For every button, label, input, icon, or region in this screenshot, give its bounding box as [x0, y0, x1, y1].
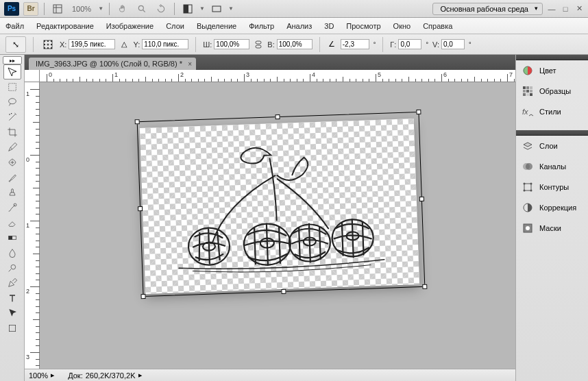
menu-help[interactable]: Справка — [423, 22, 452, 30]
transform-handle-top-mid[interactable] — [275, 114, 280, 119]
h-input[interactable] — [277, 39, 313, 49]
skew-v-input[interactable] — [441, 39, 465, 49]
delta-icon[interactable]: △ — [119, 40, 129, 49]
transform-handle-bottom-mid[interactable] — [281, 289, 286, 294]
menu-filter[interactable]: Фильтр — [249, 22, 274, 30]
ruler-horizontal[interactable]: 01234567 — [40, 70, 515, 82]
status-zoom-arrow-icon[interactable]: ▶ — [51, 373, 54, 378]
dodge-tool[interactable] — [3, 260, 21, 275]
styles-panel-icon: fx — [522, 106, 534, 118]
menu-analysis[interactable]: Анализ — [286, 22, 312, 30]
eraser-tool[interactable] — [3, 215, 21, 230]
blur-tool[interactable] — [3, 245, 21, 260]
hand-tool-icon[interactable] — [115, 2, 130, 16]
panel-adjustments[interactable]: Коррекция — [516, 197, 588, 218]
layout-icon[interactable] — [180, 2, 195, 16]
title-bar: Ps Br 100%▼ ▼ ▼ Основная рабочая среда —… — [0, 0, 588, 18]
menu-file[interactable]: Файл — [5, 22, 24, 30]
eyedropper-tool[interactable] — [3, 140, 21, 155]
transform-handle-bottom-right[interactable] — [422, 284, 427, 289]
move-tool[interactable] — [3, 64, 21, 79]
menu-image[interactable]: Изображение — [106, 22, 154, 30]
svg-point-1 — [138, 5, 143, 10]
toolbar-collapse-icon[interactable]: ▸▸ — [3, 56, 22, 64]
panel-paths[interactable]: Контуры — [516, 177, 588, 197]
panel-handle-mid[interactable] — [516, 130, 588, 136]
status-menu-arrow-icon[interactable]: ▶ — [138, 373, 142, 378]
panel-masks[interactable]: Маски — [516, 218, 588, 238]
marquee-tool[interactable] — [3, 79, 21, 95]
crop-tool[interactable] — [3, 125, 21, 140]
menu-select[interactable]: Выделение — [197, 22, 236, 30]
miniview-icon[interactable] — [50, 2, 65, 16]
transform-bounding-box[interactable] — [137, 112, 426, 297]
canvas-stage[interactable] — [40, 82, 515, 369]
zoom-tool-icon[interactable] — [134, 2, 149, 16]
svg-point-14 — [51, 47, 52, 49]
close-icon[interactable]: ✕ — [574, 4, 584, 14]
y-input[interactable] — [142, 39, 188, 49]
lasso-tool[interactable] — [3, 95, 21, 110]
history-brush-tool[interactable] — [3, 200, 21, 215]
rotate-view-icon[interactable] — [154, 2, 169, 16]
menu-3d[interactable]: 3D — [324, 22, 334, 30]
ruler-corner[interactable] — [25, 70, 40, 82]
clone-stamp-tool[interactable] — [3, 185, 21, 200]
svg-point-23 — [11, 265, 16, 269]
panel-swatches-label: Образцы — [539, 87, 571, 95]
path-select-tool[interactable] — [3, 306, 21, 321]
x-input[interactable] — [69, 39, 115, 49]
skew-h-input[interactable] — [398, 39, 421, 49]
ruler-vertical[interactable]: 10123 — [25, 82, 40, 381]
angle-input[interactable] — [341, 39, 369, 49]
w-input[interactable] — [214, 39, 249, 49]
panel-color[interactable]: Цвет — [516, 60, 588, 81]
panel-layers-label: Слои — [539, 142, 558, 150]
brush-tool[interactable] — [3, 170, 21, 185]
transform-handle-mid-right[interactable] — [419, 197, 424, 201]
screen-mode-icon[interactable] — [209, 2, 224, 16]
panel-styles[interactable]: fxСтили — [516, 101, 588, 122]
svg-rect-35 — [526, 86, 529, 89]
panel-swatches[interactable]: Образцы — [516, 81, 588, 101]
pen-tool[interactable] — [3, 275, 21, 291]
gradient-tool[interactable] — [3, 230, 21, 245]
magic-wand-tool[interactable] — [3, 110, 21, 125]
type-tool[interactable] — [3, 291, 21, 306]
menu-window[interactable]: Окно — [393, 22, 411, 30]
reference-point-icon[interactable] — [40, 38, 56, 51]
link-icon[interactable] — [254, 40, 263, 49]
svg-point-18 — [11, 113, 12, 114]
canvas-area: IMG_3963.JPG @ 100% (Слой 0, RGB/8) * × … — [25, 55, 515, 381]
panel-channels[interactable]: Каналы — [516, 156, 588, 177]
tab-close-icon[interactable]: × — [188, 60, 192, 68]
transform-handle-bottom-left[interactable] — [140, 294, 145, 299]
panel-handle-top[interactable] — [516, 55, 588, 60]
transform-handle-top-right[interactable] — [416, 110, 421, 114]
document-tab-title: IMG_3963.JPG @ 100% (Слой 0, RGB/8) * — [36, 60, 182, 68]
minimize-icon[interactable]: — — [547, 4, 556, 14]
current-tool-icon[interactable]: ⤡ — [5, 36, 26, 53]
workspace-switcher[interactable]: Основная рабочая среда — [432, 3, 543, 15]
document-tab[interactable]: IMG_3963.JPG @ 100% (Слой 0, RGB/8) * × — [29, 58, 196, 70]
tools-panel: ▸▸ — [0, 55, 25, 381]
menu-edit[interactable]: Редактирование — [36, 22, 94, 30]
zoom-label[interactable]: 100% — [69, 5, 94, 13]
bridge-icon[interactable]: Br — [23, 2, 38, 16]
maximize-icon[interactable]: □ — [561, 4, 570, 14]
photoshop-icon[interactable]: Ps — [4, 2, 19, 16]
transform-handle-mid-left[interactable] — [138, 206, 143, 211]
panel-layers[interactable]: Слои — [516, 136, 588, 156]
svg-rect-38 — [526, 90, 529, 93]
shape-tool[interactable] — [3, 321, 21, 336]
panel-color-label: Цвет — [539, 66, 556, 75]
status-zoom[interactable]: 100% — [29, 371, 48, 380]
menu-view[interactable]: Просмотр — [346, 22, 380, 30]
transform-handle-top-left[interactable] — [135, 119, 140, 124]
svg-rect-4 — [212, 6, 221, 12]
svg-point-48 — [530, 182, 532, 184]
svg-rect-3 — [184, 5, 188, 13]
healing-tool[interactable] — [3, 155, 21, 170]
menu-layer[interactable]: Слои — [166, 22, 184, 30]
panel-dock: Цвет Образцы fxСтили Слои Каналы Контуры… — [515, 55, 588, 381]
